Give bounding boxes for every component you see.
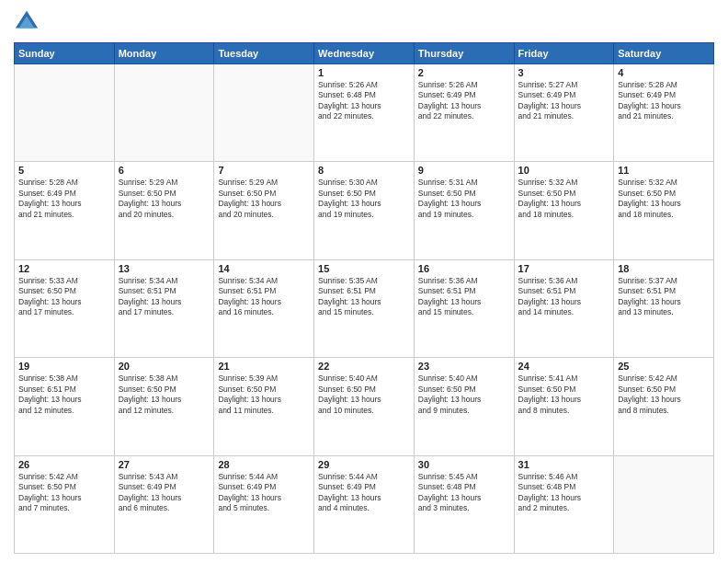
logo: [14, 9, 43, 35]
calendar-day-6: 6Sunrise: 5:29 AM Sunset: 6:50 PM Daylig…: [114, 162, 214, 259]
day-number: 17: [518, 263, 610, 274]
day-number: 15: [318, 263, 410, 274]
day-number: 22: [318, 361, 410, 372]
calendar-header-sunday: Sunday: [15, 43, 115, 64]
calendar-day-21: 21Sunrise: 5:39 AM Sunset: 6:50 PM Dayli…: [214, 358, 314, 455]
calendar-day-18: 18Sunrise: 5:37 AM Sunset: 6:51 PM Dayli…: [614, 259, 714, 357]
calendar-week-row: 5Sunrise: 5:28 AM Sunset: 6:49 PM Daylig…: [15, 162, 714, 259]
day-info: Sunrise: 5:31 AM Sunset: 6:50 PM Dayligh…: [418, 178, 510, 220]
day-number: 20: [119, 361, 210, 372]
day-number: 19: [18, 361, 110, 372]
day-info: Sunrise: 5:38 AM Sunset: 6:50 PM Dayligh…: [119, 373, 210, 416]
day-number: 5: [18, 165, 110, 176]
day-info: Sunrise: 5:39 AM Sunset: 6:50 PM Dayligh…: [218, 373, 310, 416]
day-number: 1: [318, 67, 410, 78]
day-info: Sunrise: 5:42 AM Sunset: 6:50 PM Dayligh…: [618, 373, 710, 416]
calendar-day-11: 11Sunrise: 5:32 AM Sunset: 6:50 PM Dayli…: [614, 162, 714, 259]
calendar-day-29: 29Sunrise: 5:44 AM Sunset: 6:49 PM Dayli…: [314, 455, 415, 553]
day-info: Sunrise: 5:44 AM Sunset: 6:49 PM Dayligh…: [218, 472, 310, 514]
day-info: Sunrise: 5:32 AM Sunset: 6:50 PM Dayligh…: [618, 178, 710, 220]
day-number: 29: [318, 459, 410, 470]
calendar-day-3: 3Sunrise: 5:27 AM Sunset: 6:49 PM Daylig…: [514, 64, 614, 162]
day-info: Sunrise: 5:38 AM Sunset: 6:51 PM Dayligh…: [18, 373, 110, 416]
day-info: Sunrise: 5:46 AM Sunset: 6:48 PM Dayligh…: [518, 472, 610, 514]
calendar-header-wednesday: Wednesday: [314, 43, 415, 64]
page: SundayMondayTuesdayWednesdayThursdayFrid…: [0, 0, 728, 563]
calendar-day-4: 4Sunrise: 5:28 AM Sunset: 6:49 PM Daylig…: [614, 64, 714, 162]
day-info: Sunrise: 5:40 AM Sunset: 6:50 PM Dayligh…: [418, 373, 510, 416]
calendar-header-saturday: Saturday: [614, 43, 714, 64]
day-number: 14: [218, 263, 310, 274]
day-info: Sunrise: 5:34 AM Sunset: 6:51 PM Dayligh…: [218, 276, 310, 318]
day-number: 28: [218, 459, 310, 470]
day-info: Sunrise: 5:40 AM Sunset: 6:50 PM Dayligh…: [318, 373, 410, 416]
day-info: Sunrise: 5:29 AM Sunset: 6:50 PM Dayligh…: [119, 178, 210, 220]
day-number: 27: [119, 459, 210, 470]
day-number: 2: [418, 67, 510, 78]
calendar-day-25: 25Sunrise: 5:42 AM Sunset: 6:50 PM Dayli…: [614, 358, 714, 455]
calendar-day-15: 15Sunrise: 5:35 AM Sunset: 6:51 PM Dayli…: [314, 259, 415, 357]
day-number: 30: [418, 459, 510, 470]
day-number: 3: [518, 67, 610, 78]
day-info: Sunrise: 5:28 AM Sunset: 6:49 PM Dayligh…: [618, 80, 710, 122]
day-number: 4: [618, 67, 710, 78]
day-number: 26: [18, 459, 110, 470]
calendar-day-30: 30Sunrise: 5:45 AM Sunset: 6:48 PM Dayli…: [414, 455, 514, 553]
day-info: Sunrise: 5:34 AM Sunset: 6:51 PM Dayligh…: [119, 276, 210, 318]
calendar-week-row: 1Sunrise: 5:26 AM Sunset: 6:48 PM Daylig…: [15, 64, 714, 162]
header: [14, 9, 714, 35]
day-info: Sunrise: 5:27 AM Sunset: 6:49 PM Dayligh…: [518, 80, 610, 122]
calendar-day-19: 19Sunrise: 5:38 AM Sunset: 6:51 PM Dayli…: [15, 358, 115, 455]
calendar-day-5: 5Sunrise: 5:28 AM Sunset: 6:49 PM Daylig…: [15, 162, 115, 259]
calendar-day-17: 17Sunrise: 5:36 AM Sunset: 6:51 PM Dayli…: [514, 259, 614, 357]
calendar-day-2: 2Sunrise: 5:26 AM Sunset: 6:49 PM Daylig…: [414, 64, 514, 162]
day-info: Sunrise: 5:26 AM Sunset: 6:49 PM Dayligh…: [418, 80, 510, 122]
day-number: 7: [218, 165, 310, 176]
calendar-day-1: 1Sunrise: 5:26 AM Sunset: 6:48 PM Daylig…: [314, 64, 415, 162]
calendar-day-7: 7Sunrise: 5:29 AM Sunset: 6:50 PM Daylig…: [214, 162, 314, 259]
calendar-day-22: 22Sunrise: 5:40 AM Sunset: 6:50 PM Dayli…: [314, 358, 415, 455]
day-number: 10: [518, 165, 610, 176]
calendar-day-26: 26Sunrise: 5:42 AM Sunset: 6:50 PM Dayli…: [15, 455, 115, 553]
day-number: 25: [618, 361, 710, 372]
calendar-empty-cell: [214, 64, 314, 162]
day-number: 23: [418, 361, 510, 372]
day-number: 21: [218, 361, 310, 372]
calendar-day-13: 13Sunrise: 5:34 AM Sunset: 6:51 PM Dayli…: [114, 259, 214, 357]
calendar-day-23: 23Sunrise: 5:40 AM Sunset: 6:50 PM Dayli…: [414, 358, 514, 455]
day-info: Sunrise: 5:37 AM Sunset: 6:51 PM Dayligh…: [618, 276, 710, 318]
calendar-day-8: 8Sunrise: 5:30 AM Sunset: 6:50 PM Daylig…: [314, 162, 415, 259]
day-info: Sunrise: 5:36 AM Sunset: 6:51 PM Dayligh…: [418, 276, 510, 318]
calendar-day-9: 9Sunrise: 5:31 AM Sunset: 6:50 PM Daylig…: [414, 162, 514, 259]
day-number: 24: [518, 361, 610, 372]
calendar-day-28: 28Sunrise: 5:44 AM Sunset: 6:49 PM Dayli…: [214, 455, 314, 553]
calendar-week-row: 12Sunrise: 5:33 AM Sunset: 6:50 PM Dayli…: [15, 259, 714, 357]
calendar-day-24: 24Sunrise: 5:41 AM Sunset: 6:50 PM Dayli…: [514, 358, 614, 455]
calendar-empty-cell: [114, 64, 214, 162]
calendar-header-tuesday: Tuesday: [214, 43, 314, 64]
calendar-day-12: 12Sunrise: 5:33 AM Sunset: 6:50 PM Dayli…: [15, 259, 115, 357]
calendar-table: SundayMondayTuesdayWednesdayThursdayFrid…: [14, 42, 714, 554]
calendar-day-20: 20Sunrise: 5:38 AM Sunset: 6:50 PM Dayli…: [114, 358, 214, 455]
calendar-day-31: 31Sunrise: 5:46 AM Sunset: 6:48 PM Dayli…: [514, 455, 614, 553]
day-info: Sunrise: 5:35 AM Sunset: 6:51 PM Dayligh…: [318, 276, 410, 318]
calendar-header-monday: Monday: [114, 43, 214, 64]
day-info: Sunrise: 5:36 AM Sunset: 6:51 PM Dayligh…: [518, 276, 610, 318]
calendar-empty-cell: [614, 455, 714, 553]
day-number: 16: [418, 263, 510, 274]
day-number: 11: [618, 165, 710, 176]
day-info: Sunrise: 5:26 AM Sunset: 6:48 PM Dayligh…: [318, 80, 410, 122]
calendar-header-thursday: Thursday: [414, 43, 514, 64]
day-number: 12: [18, 263, 110, 274]
calendar-header-row: SundayMondayTuesdayWednesdayThursdayFrid…: [15, 43, 714, 64]
day-info: Sunrise: 5:43 AM Sunset: 6:49 PM Dayligh…: [119, 472, 210, 514]
calendar-week-row: 26Sunrise: 5:42 AM Sunset: 6:50 PM Dayli…: [15, 455, 714, 553]
day-info: Sunrise: 5:33 AM Sunset: 6:50 PM Dayligh…: [18, 276, 110, 318]
day-info: Sunrise: 5:29 AM Sunset: 6:50 PM Dayligh…: [218, 178, 310, 220]
calendar-week-row: 19Sunrise: 5:38 AM Sunset: 6:51 PM Dayli…: [15, 358, 714, 455]
day-info: Sunrise: 5:44 AM Sunset: 6:49 PM Dayligh…: [318, 472, 410, 514]
calendar-day-16: 16Sunrise: 5:36 AM Sunset: 6:51 PM Dayli…: [414, 259, 514, 357]
day-info: Sunrise: 5:32 AM Sunset: 6:50 PM Dayligh…: [518, 178, 610, 220]
calendar-header-friday: Friday: [514, 43, 614, 64]
calendar-day-14: 14Sunrise: 5:34 AM Sunset: 6:51 PM Dayli…: [214, 259, 314, 357]
